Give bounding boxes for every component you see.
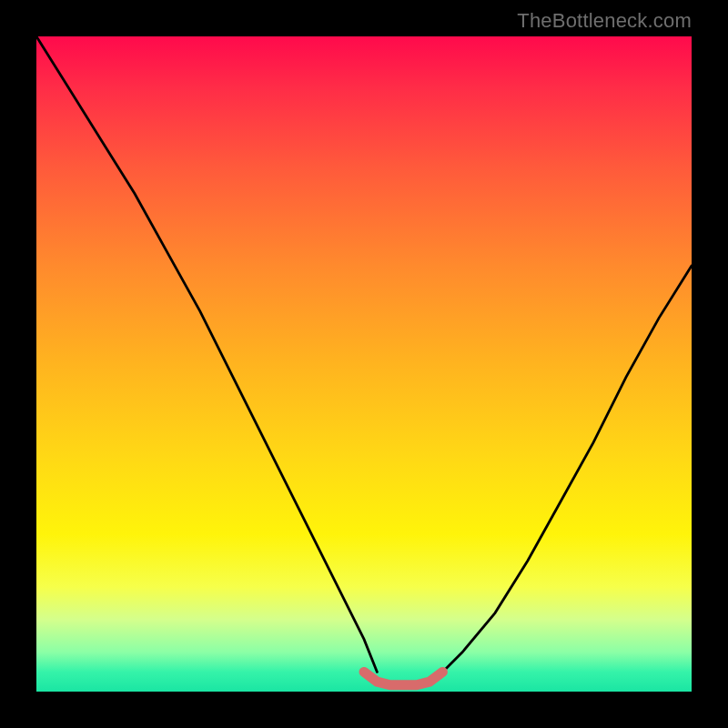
curve-layer [36,36,692,692]
curve-right-branch [442,266,692,672]
chart-frame: TheBottleneck.com [0,0,728,728]
watermark-label: TheBottleneck.com [517,9,692,33]
curve-left-branch [36,36,377,672]
bottom-accent-band [364,672,442,684]
